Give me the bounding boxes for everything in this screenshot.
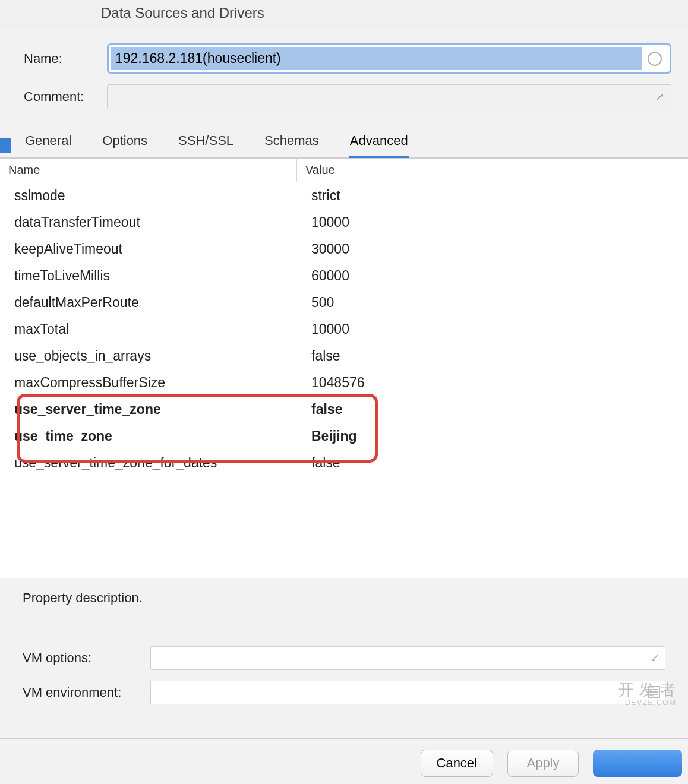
- prop-name: dataTransferTimeout: [0, 214, 297, 230]
- dialog-footer: Cancel Apply: [0, 738, 688, 784]
- list-icon[interactable]: [648, 686, 660, 698]
- prop-value[interactable]: 60000: [297, 268, 688, 284]
- prop-value[interactable]: Beijing: [297, 428, 688, 444]
- tab-sshssl[interactable]: SSH/SSL: [177, 127, 235, 157]
- prop-value[interactable]: false: [297, 402, 688, 418]
- table-row[interactable]: use_server_time_zonefalse: [0, 396, 688, 423]
- prop-value[interactable]: strict: [297, 188, 688, 204]
- left-selection-stub: [0, 138, 11, 153]
- prop-name: keepAliveTimeout: [0, 241, 297, 257]
- table-row[interactable]: maxCompressBufferSize1048576: [0, 369, 688, 396]
- name-label: Name:: [24, 51, 107, 67]
- prop-value[interactable]: 30000: [297, 241, 688, 257]
- expand-icon[interactable]: ⤢: [655, 90, 665, 104]
- prop-name: use_time_zone: [0, 428, 297, 444]
- prop-value[interactable]: 1048576: [297, 375, 688, 391]
- prop-name: use_objects_in_arrays: [0, 348, 297, 364]
- name-input[interactable]: [111, 47, 642, 70]
- prop-value[interactable]: 10000: [297, 214, 688, 230]
- table-row[interactable]: timeToLiveMillis60000: [0, 263, 688, 289]
- apply-button[interactable]: Apply: [507, 750, 579, 777]
- table-body: sslmodestrictdataTransferTimeout10000kee…: [0, 182, 688, 578]
- table-row[interactable]: maxTotal10000: [0, 316, 688, 343]
- prop-value[interactable]: false: [297, 348, 688, 364]
- description-area: Property description. VM options: ⤢ VM e…: [0, 578, 688, 738]
- properties-table: Name Value sslmodestrictdataTransferTime…: [0, 158, 688, 578]
- comment-input[interactable]: ⤢: [107, 84, 671, 109]
- expand-icon[interactable]: ⤢: [650, 650, 660, 665]
- prop-name: maxCompressBufferSize: [0, 375, 297, 391]
- cancel-button[interactable]: Cancel: [421, 750, 493, 777]
- header-value[interactable]: Value: [297, 159, 688, 182]
- table-row-placeholder[interactable]: [0, 476, 688, 487]
- tab-advanced[interactable]: Advanced: [349, 127, 409, 158]
- name-input-wrap[interactable]: [107, 43, 671, 74]
- table-row[interactable]: use_time_zoneBeijing: [0, 423, 688, 450]
- table-row[interactable]: use_server_time_zone_for_datesfalse: [0, 450, 688, 476]
- tab-schemas[interactable]: Schemas: [263, 127, 320, 157]
- table-row[interactable]: use_objects_in_arraysfalse: [0, 343, 688, 369]
- datasource-dialog: Data Sources and Drivers Name: Comment: …: [0, 0, 688, 784]
- prop-name: maxTotal: [0, 321, 297, 337]
- vm-options-label: VM options:: [23, 650, 150, 666]
- table-row[interactable]: dataTransferTimeout10000: [0, 209, 688, 236]
- color-circle-icon[interactable]: [648, 52, 662, 66]
- property-description: Property description.: [23, 590, 665, 606]
- table-header: Name Value: [0, 159, 688, 182]
- header-name[interactable]: Name: [0, 159, 297, 182]
- form-area: Name: Comment: ⤢: [0, 29, 688, 120]
- ok-button[interactable]: [593, 750, 682, 777]
- prop-value[interactable]: 500: [297, 295, 688, 311]
- table-row[interactable]: keepAliveTimeout30000: [0, 236, 688, 263]
- table-row[interactable]: defaultMaxPerRoute500: [0, 289, 688, 316]
- prop-name: use_server_time_zone: [0, 402, 297, 418]
- tabs: General Options SSH/SSL Schemas Advanced: [0, 127, 688, 158]
- dialog-title: Data Sources and Drivers: [0, 0, 688, 29]
- prop-name: use_server_time_zone_for_dates: [0, 455, 297, 471]
- vm-env-input[interactable]: [150, 681, 665, 704]
- prop-name: sslmode: [0, 188, 297, 204]
- tab-options[interactable]: Options: [101, 127, 149, 157]
- table-row[interactable]: sslmodestrict: [0, 182, 688, 209]
- comment-label: Comment:: [24, 89, 107, 105]
- prop-value[interactable]: 10000: [297, 321, 688, 337]
- vm-options-input[interactable]: ⤢: [150, 646, 665, 670]
- prop-value[interactable]: false: [297, 455, 688, 471]
- prop-name: defaultMaxPerRoute: [0, 295, 297, 311]
- tab-general[interactable]: General: [24, 127, 72, 157]
- prop-name: timeToLiveMillis: [0, 268, 297, 284]
- vm-env-label: VM environment:: [23, 685, 150, 700]
